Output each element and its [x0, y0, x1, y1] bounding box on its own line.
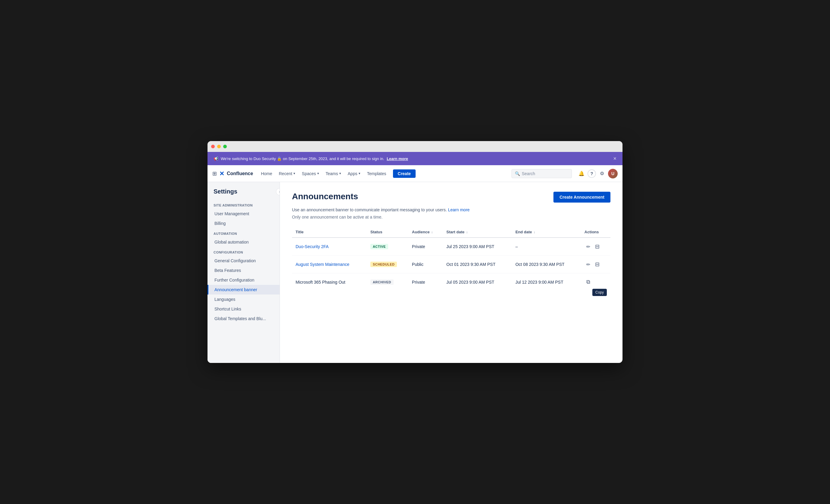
announcements-table: Title Status Audience ↕ Start date ↕ [292, 227, 610, 291]
table-row: August System Maintenance SCHEDULED Publ… [292, 256, 610, 273]
cell-status-1: ACTIVE [367, 238, 408, 256]
cell-audience-1: Private [408, 238, 443, 256]
sidebar-item-languages[interactable]: Languages [208, 295, 280, 304]
maximize-button[interactable] [223, 145, 227, 148]
nav-icons: 🔔 ? ⚙ U [577, 169, 618, 178]
banner-icon: 📢 [214, 157, 218, 161]
actions-cell-1: ✏ ⊟ [584, 242, 607, 251]
cell-audience-2: Public [408, 256, 443, 273]
sidebar-section-configuration: CONFIGURATION [208, 247, 280, 256]
copy-tooltip: Copy [592, 289, 607, 296]
confluence-logo-icon: ✕ [219, 170, 224, 177]
grid-icon[interactable]: ⊞ [212, 170, 217, 177]
announcement-link-2[interactable]: August System Maintenance [295, 262, 349, 267]
learn-more-link[interactable]: Learn more [448, 207, 470, 212]
audience-sort-icon: ↕ [431, 231, 433, 234]
sidebar-item-user-management[interactable]: User Management [208, 209, 280, 219]
announcement-link-1[interactable]: Duo-Security 2FA [295, 244, 329, 249]
col-audience[interactable]: Audience ↕ [408, 227, 443, 238]
nav-create-button[interactable]: Create [393, 169, 416, 178]
archive-button-1[interactable]: ⊟ [593, 242, 601, 251]
edit-button-2[interactable]: ✏ [584, 261, 592, 269]
nav-home[interactable]: Home [258, 169, 275, 178]
nav-templates[interactable]: Templates [364, 169, 389, 178]
content-description: Use an announcement banner to communicat… [292, 207, 610, 212]
sidebar-item-global-automation[interactable]: Global automation [208, 237, 280, 247]
search-icon: 🔍 [515, 171, 520, 176]
minimize-button[interactable] [217, 145, 221, 148]
cell-title-1: Duo-Security 2FA [292, 238, 367, 256]
sidebar-item-billing[interactable]: Billing [208, 219, 280, 228]
cell-start-date-2: Oct 01 2023 9:30 AM PST [443, 256, 512, 273]
col-end-date[interactable]: End date ↕ [512, 227, 581, 238]
banner-close-button[interactable]: × [613, 156, 616, 162]
help-button[interactable]: ? [587, 169, 596, 178]
banner-learn-more-link[interactable]: Learn more [387, 157, 408, 161]
nav-recent[interactable]: Recent ▾ [276, 169, 298, 178]
cell-end-date-2: Oct 08 2023 9:30 AM PST [512, 256, 581, 273]
sidebar-item-further-config[interactable]: Further Configuration [208, 275, 280, 285]
titlebar [208, 141, 622, 152]
cell-end-date-1: – [512, 238, 581, 256]
table-row: Duo-Security 2FA ACTIVE Private Jul 25 2… [292, 238, 610, 256]
cell-status-3: ARCHIVED [367, 273, 408, 291]
search-box[interactable]: 🔍 Search [512, 169, 572, 178]
sidebar-section-automation: AUTOMATION [208, 228, 280, 237]
start-date-sort-icon: ↕ [466, 231, 468, 234]
content-area: Announcements Create Announcement Use an… [280, 182, 622, 363]
copy-button-3[interactable]: ⧉ [584, 278, 592, 287]
apps-chevron: ▾ [359, 171, 360, 175]
actions-cell-2: ✏ ⊟ [584, 260, 607, 269]
announcement-title-3: Microsoft 365 Phasing Out [295, 280, 345, 284]
banner-text: 📢 We're switching to Duo Security 🔒 on S… [214, 157, 408, 161]
cell-title-3: Microsoft 365 Phasing Out [292, 273, 367, 291]
content-note: Only one announcement can be active at a… [292, 214, 610, 220]
create-announcement-button[interactable]: Create Announcement [553, 192, 610, 203]
archive-button-2[interactable]: ⊟ [593, 260, 601, 269]
avatar[interactable]: U [608, 169, 618, 178]
content-header: Announcements Create Announcement [292, 192, 610, 203]
main-nav: Home Recent ▾ Spaces ▾ Teams ▾ Apps ▾ Te… [258, 169, 389, 178]
table-header: Title Status Audience ↕ Start date ↕ [292, 227, 610, 238]
col-actions: Actions [581, 227, 610, 238]
announcement-banner: 📢 We're switching to Duo Security 🔒 on S… [208, 152, 622, 165]
sidebar-title: Settings [208, 188, 280, 200]
nav-spaces[interactable]: Spaces ▾ [299, 169, 322, 178]
nav-apps[interactable]: Apps ▾ [345, 169, 363, 178]
notifications-button[interactable]: 🔔 [577, 169, 586, 178]
col-status: Status [367, 227, 408, 238]
logo[interactable]: ✕ Confluence [219, 170, 253, 177]
page-title: Announcements [292, 192, 358, 201]
sidebar-item-general-config[interactable]: General Configuration [208, 256, 280, 266]
status-badge-1: ACTIVE [370, 244, 388, 249]
table-body: Duo-Security 2FA ACTIVE Private Jul 25 2… [292, 238, 610, 291]
status-badge-2: SCHEDULED [370, 262, 397, 267]
close-button[interactable] [211, 145, 215, 148]
edit-button-1[interactable]: ✏ [584, 243, 592, 251]
col-title: Title [292, 227, 367, 238]
sidebar-section-site-admin: SITE ADMINISTRATION [208, 200, 280, 209]
nav-teams[interactable]: Teams ▾ [323, 169, 344, 178]
cell-start-date-1: Jul 25 2023 9:00 AM PST [443, 238, 512, 256]
cell-actions-3: ⧉ Copy [581, 273, 610, 291]
spaces-chevron: ▾ [317, 171, 319, 175]
sidebar-item-announcement-banner[interactable]: Announcement banner [208, 285, 280, 295]
sidebar-item-global-templates[interactable]: Global Templates and Blu... [208, 314, 280, 324]
teams-chevron: ▾ [339, 171, 341, 175]
sidebar: ‹ Settings SITE ADMINISTRATION User Mana… [208, 182, 280, 363]
recent-chevron: ▾ [293, 171, 295, 175]
sidebar-item-beta-features[interactable]: Beta Features [208, 266, 280, 275]
cell-title-2: August System Maintenance [292, 256, 367, 273]
main-layout: ‹ Settings SITE ADMINISTRATION User Mana… [208, 182, 622, 363]
logo-text: Confluence [227, 171, 253, 176]
app-window: 📢 We're switching to Duo Security 🔒 on S… [208, 141, 622, 363]
avatar-initials: U [611, 171, 614, 176]
chevron-left-icon: ‹ [279, 190, 280, 194]
cell-audience-3: Private [408, 273, 443, 291]
cell-status-2: SCHEDULED [367, 256, 408, 273]
cell-actions-1: ✏ ⊟ [581, 238, 610, 256]
settings-button[interactable]: ⚙ [597, 169, 607, 178]
col-start-date[interactable]: Start date ↕ [443, 227, 512, 238]
navbar: ⊞ ✕ Confluence Home Recent ▾ Spaces ▾ Te… [208, 165, 622, 182]
sidebar-item-shortcut-links[interactable]: Shortcut Links [208, 304, 280, 314]
